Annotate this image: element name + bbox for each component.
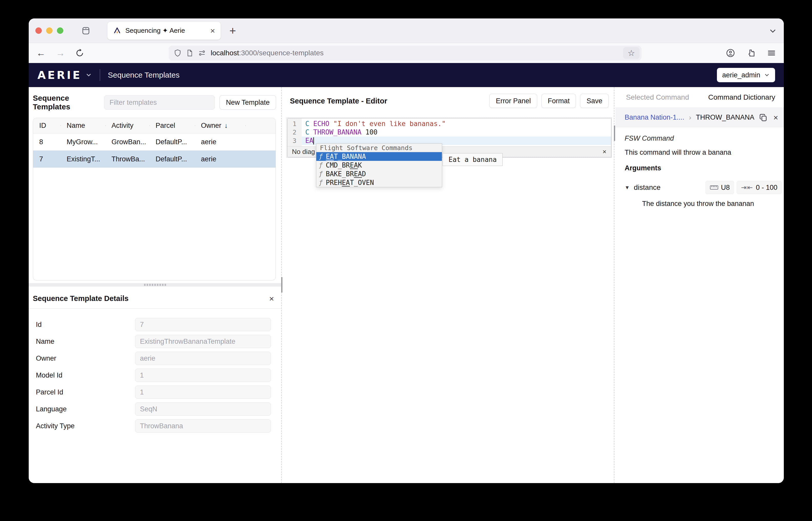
function-icon: ƒ bbox=[319, 169, 323, 178]
extensions-puzzle-icon[interactable] bbox=[746, 48, 755, 58]
divider-handle[interactable] bbox=[281, 277, 283, 293]
column-header-parcel[interactable]: Parcel bbox=[149, 122, 195, 130]
user-menu[interactable]: aerie_admin bbox=[717, 68, 775, 82]
new-template-button[interactable]: New Template bbox=[219, 95, 276, 110]
error-panel-button[interactable]: Error Panel bbox=[489, 94, 537, 108]
autocomplete-info-tooltip: Eat a banana bbox=[443, 153, 503, 166]
cell-owner: aerie bbox=[195, 155, 246, 163]
save-button[interactable]: Save bbox=[580, 94, 609, 108]
close-window-button[interactable] bbox=[36, 27, 42, 34]
new-tab-button[interactable]: + bbox=[229, 24, 236, 37]
name-field[interactable]: ExistingThrowBananaTemplate bbox=[135, 335, 271, 348]
horizontal-resize-handle[interactable] bbox=[29, 283, 281, 287]
minimize-window-button[interactable] bbox=[46, 27, 52, 34]
aerie-logo-menu[interactable]: AERIE ✦ bbox=[38, 69, 92, 82]
cell-name: MyGrow... bbox=[61, 138, 105, 146]
field-label: Language bbox=[36, 405, 135, 413]
table-row-selected[interactable]: 7 ExistingT... ThrowBa... DefaultP... ae… bbox=[33, 151, 276, 168]
url-text: localhost:3000/sequence-templates bbox=[211, 49, 618, 57]
code-line-2[interactable]: C THROW_BANANA 100 bbox=[302, 128, 611, 137]
firefox-view-icon[interactable] bbox=[81, 26, 90, 35]
shield-icon[interactable] bbox=[174, 49, 181, 57]
function-icon: ƒ bbox=[319, 161, 323, 169]
filter-templates-input[interactable]: Filter templates bbox=[104, 95, 215, 110]
line-number: 2 bbox=[287, 128, 302, 137]
column-header-name[interactable]: Name bbox=[61, 122, 105, 130]
field-label: Parcel Id bbox=[36, 388, 135, 396]
autocomplete-item[interactable]: ƒ PREHEAT_OVEN bbox=[316, 178, 442, 187]
id-field[interactable]: 7 bbox=[135, 318, 271, 331]
address-bar[interactable]: localhost:3000/sequence-templates ☆ bbox=[169, 46, 641, 61]
text-cursor bbox=[313, 137, 314, 144]
aerie-logo: AERIE bbox=[38, 69, 82, 82]
close-icon[interactable]: × bbox=[602, 148, 607, 156]
url-path: :3000/sequence-templates bbox=[239, 49, 324, 57]
activity-type-field[interactable]: ThrowBanana bbox=[135, 419, 271, 433]
cell-id: 8 bbox=[33, 138, 61, 146]
owner-field[interactable]: aerie bbox=[135, 352, 271, 365]
reload-icon[interactable] bbox=[75, 49, 84, 58]
collapse-caret-icon[interactable]: ▼ bbox=[624, 185, 630, 190]
command-dictionary-panel: Selected Command Command Dictionary Bana… bbox=[615, 87, 784, 483]
app-top-bar: AERIE ✦ Sequence Templates aerie_admin bbox=[29, 63, 784, 87]
field-label: Activity Type bbox=[36, 422, 135, 430]
chevron-right-icon: › bbox=[689, 113, 691, 122]
copy-icon[interactable] bbox=[759, 113, 768, 122]
parcel-id-field[interactable]: 1 bbox=[135, 385, 271, 399]
zoom-window-button[interactable] bbox=[57, 27, 63, 34]
list-all-tabs-icon[interactable] bbox=[768, 26, 777, 35]
autocomplete-item[interactable]: ƒ CMD_BREAK bbox=[316, 161, 442, 169]
autocomplete-dropdown: Flight Software Commands ƒ EAT_BANANA ƒ … bbox=[316, 143, 442, 187]
forward-button[interactable]: → bbox=[56, 48, 65, 59]
line-number: 1 bbox=[287, 120, 302, 128]
close-icon[interactable]: × bbox=[773, 113, 778, 122]
account-icon[interactable] bbox=[726, 48, 735, 58]
autocomplete-item[interactable]: ƒ BAKE_BREAD bbox=[316, 169, 442, 178]
line-number: 3 bbox=[287, 137, 302, 145]
table-header-row: ID Name Activity Parcel Owner ↓ bbox=[33, 118, 276, 133]
field-row-parcel-id: Parcel Id 1 bbox=[36, 385, 281, 399]
app-content: Sequence Templates Filter templates New … bbox=[29, 87, 784, 483]
cell-parcel: DefaultP... bbox=[149, 155, 195, 163]
page-info-icon[interactable] bbox=[186, 49, 193, 56]
column-header-owner[interactable]: Owner ↓ bbox=[195, 122, 246, 130]
format-button[interactable]: Format bbox=[541, 94, 576, 108]
table-row[interactable]: 8 MyGrow... GrowBan... DefaultP... aerie bbox=[33, 133, 276, 151]
tab-command-dictionary[interactable]: Command Dictionary bbox=[700, 93, 784, 108]
menu-hamburger-icon[interactable] bbox=[767, 48, 776, 58]
back-button[interactable]: ← bbox=[37, 48, 46, 59]
autocomplete-section-header: Flight Software Commands bbox=[316, 144, 442, 152]
permissions-icon[interactable] bbox=[198, 49, 206, 57]
ruler-icon bbox=[710, 184, 719, 190]
column-header-activity[interactable]: Activity bbox=[105, 122, 149, 130]
user-name: aerie_admin bbox=[722, 71, 760, 79]
model-id-field[interactable]: 1 bbox=[135, 369, 271, 382]
cell-activity: ThrowBa... bbox=[105, 155, 149, 163]
url-host: localhost bbox=[211, 49, 239, 57]
dictionary-link[interactable]: Banana Nation-1.... bbox=[624, 113, 684, 121]
close-icon[interactable]: × bbox=[269, 295, 274, 303]
range-badge: ⇥⇤ 0 - 100 bbox=[737, 181, 782, 194]
tab-title: Sequencing ✦ Aerie bbox=[125, 27, 206, 35]
editor-panel: Sequence Template - Editor Error Panel F… bbox=[283, 87, 614, 483]
tab-selected-command[interactable]: Selected Command bbox=[615, 93, 700, 108]
language-field[interactable]: SeqN bbox=[135, 402, 271, 416]
field-row-id: Id 7 bbox=[36, 318, 281, 331]
bookmark-star-button[interactable]: ☆ bbox=[623, 47, 639, 59]
editor-title: Sequence Template - Editor bbox=[290, 97, 485, 105]
field-row-name: Name ExistingThrowBananaTemplate bbox=[36, 335, 281, 348]
command-description: This command will throw a banana bbox=[624, 149, 782, 157]
browser-tab-active[interactable]: Sequencing ✦ Aerie × bbox=[107, 22, 221, 40]
field-row-language: Language SeqN bbox=[36, 402, 281, 416]
star-icon: ☆ bbox=[628, 48, 635, 58]
sort-descending-icon[interactable]: ↓ bbox=[224, 122, 228, 130]
argument-row-distance[interactable]: ▼ distance U8 bbox=[624, 181, 782, 194]
tab-close-icon[interactable]: × bbox=[210, 27, 215, 35]
arguments-heading: Arguments bbox=[624, 164, 782, 172]
cell-name: ExistingT... bbox=[61, 155, 105, 163]
chevron-down-icon bbox=[764, 72, 770, 78]
divider-handle[interactable] bbox=[614, 126, 615, 141]
column-header-id[interactable]: ID bbox=[33, 122, 61, 130]
autocomplete-item-selected[interactable]: ƒ EAT_BANANA bbox=[316, 152, 442, 161]
code-line-1[interactable]: C ECHO "I don't even like bananas." bbox=[302, 120, 611, 128]
